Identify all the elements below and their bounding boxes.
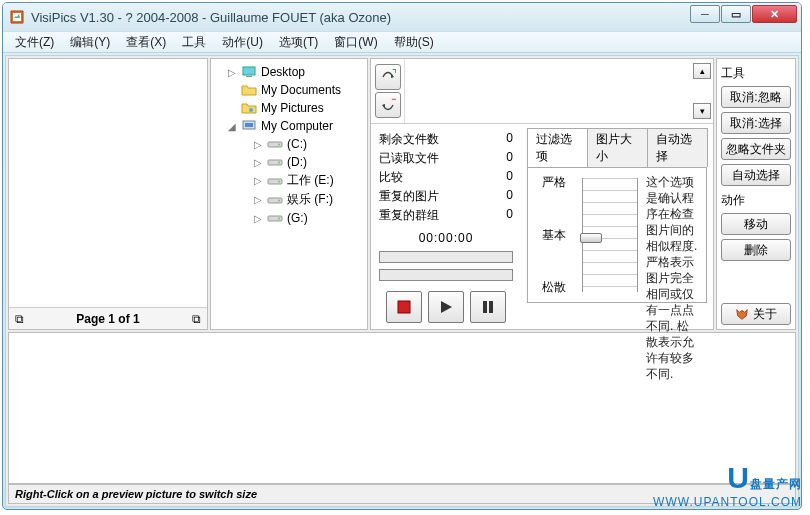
stat-label: 已读取文件 <box>379 150 439 167</box>
svg-point-14 <box>278 218 280 220</box>
drive-icon <box>267 154 283 170</box>
svg-rect-4 <box>245 123 253 127</box>
preview-panel: ⧉ Page 1 of 1 ⧉ <box>8 58 208 330</box>
stop-button[interactable] <box>386 291 422 323</box>
menu-window[interactable]: 窗口(W) <box>328 32 383 53</box>
menu-view[interactable]: 查看(X) <box>120 32 172 53</box>
stat-value: 0 <box>506 169 513 186</box>
drive-icon <box>267 136 283 152</box>
center-panel: + − ▴ ▾ 剩余文件数0 已读取文件0 比较0 重复的图片0 <box>370 58 714 330</box>
unignore-button[interactable]: 取消:忽略 <box>721 86 791 108</box>
svg-rect-1 <box>246 76 252 77</box>
tree-mydocuments[interactable]: My Documents <box>261 83 341 97</box>
tree-desktop[interactable]: Desktop <box>261 65 305 79</box>
svg-point-10 <box>278 180 280 182</box>
tree-drive[interactable]: (D:) <box>287 155 307 169</box>
page-last-icon[interactable]: ⧉ <box>192 312 201 326</box>
svg-rect-0 <box>243 67 255 75</box>
stats-panel: 剩余文件数0 已读取文件0 比较0 重复的图片0 重复的群组0 00:00:00 <box>371 124 521 329</box>
move-up-button[interactable]: ▴ <box>693 63 711 79</box>
menu-actions[interactable]: 动作(U) <box>216 32 269 53</box>
slider-thumb[interactable] <box>580 233 602 243</box>
svg-point-8 <box>278 162 280 164</box>
window-title: VisiPics V1.30 - ? 2004-2008 - Guillaume… <box>31 10 391 25</box>
tab-filter[interactable]: 过滤选项 <box>527 128 588 167</box>
delete-button[interactable]: 删除 <box>721 239 791 261</box>
stat-label: 剩余文件数 <box>379 131 439 148</box>
stat-value: 0 <box>506 188 513 205</box>
filter-description: 这个选项是确认程序在检查图片间的相似程度. 严格表示图片完全相同或仅有一点点不同… <box>646 174 700 296</box>
menu-help[interactable]: 帮助(S) <box>388 32 440 53</box>
stat-label: 重复的群组 <box>379 207 439 224</box>
svg-text:+: + <box>392 69 396 77</box>
selected-folders-list[interactable] <box>405 59 691 123</box>
stat-label: 重复的图片 <box>379 188 439 205</box>
unselect-button[interactable]: 取消:选择 <box>721 112 791 134</box>
elapsed-time: 00:00:00 <box>379 231 513 245</box>
close-button[interactable]: ✕ <box>752 5 797 23</box>
status-bar: Right-Click on a preview picture to swit… <box>8 484 796 504</box>
stat-value: 0 <box>506 150 513 167</box>
menu-tools[interactable]: 工具 <box>176 32 212 53</box>
progress-bar-2 <box>379 269 513 281</box>
tree-drive[interactable]: 工作 (E:) <box>287 172 334 189</box>
menubar: 文件(Z) 编辑(Y) 查看(X) 工具 动作(U) 选项(T) 窗口(W) 帮… <box>3 31 801 53</box>
tree-mycomputer[interactable]: My Computer <box>261 119 333 133</box>
svg-point-12 <box>278 199 280 201</box>
tools-label: 工具 <box>721 65 791 82</box>
menu-file[interactable]: 文件(Z) <box>9 32 60 53</box>
app-icon <box>9 9 25 25</box>
tree-drive[interactable]: (G:) <box>287 211 308 225</box>
titlebar: VisiPics V1.30 - ? 2004-2008 - Guillaume… <box>3 3 801 31</box>
svg-rect-17 <box>398 301 410 313</box>
stat-value: 0 <box>506 207 513 224</box>
tab-content: 严格 基本 松散 这个选项是确认程序在检查图片间的相似程度. 严格表示图片完全相… <box>527 167 707 303</box>
actions-label: 动作 <box>721 192 791 209</box>
tab-auto-select[interactable]: 自动选择 <box>647 128 708 167</box>
tree-drive[interactable]: (C:) <box>287 137 307 151</box>
menu-edit[interactable]: 编辑(Y) <box>64 32 116 53</box>
svg-point-2 <box>249 108 253 112</box>
ignore-folder-button[interactable]: 忽略文件夹 <box>721 138 791 160</box>
minimize-button[interactable]: ─ <box>690 5 720 23</box>
add-folder-button[interactable]: + <box>375 64 401 90</box>
svg-rect-19 <box>489 301 493 313</box>
folder-icon <box>241 82 257 98</box>
folder-tree[interactable]: ▷Desktop My Documents My Pictures ◢My Co… <box>210 58 368 330</box>
page-first-icon[interactable]: ⧉ <box>15 312 24 326</box>
tree-mypictures[interactable]: My Pictures <box>261 101 324 115</box>
drive-icon <box>267 192 283 208</box>
slider-label-strict: 严格 <box>542 174 566 191</box>
move-down-button[interactable]: ▾ <box>693 103 711 119</box>
slider-label-loose: 松散 <box>542 279 566 296</box>
auto-select-button[interactable]: 自动选择 <box>721 164 791 186</box>
tools-panel: 工具 取消:忽略 取消:选择 忽略文件夹 自动选择 动作 移动 删除 关于 <box>716 58 796 330</box>
menu-options[interactable]: 选项(T) <box>273 32 324 53</box>
stat-label: 比较 <box>379 169 403 186</box>
fox-icon <box>735 307 749 321</box>
slider-label-basic: 基本 <box>542 227 566 244</box>
play-button[interactable] <box>428 291 464 323</box>
svg-point-6 <box>278 144 280 146</box>
page-indicator: Page 1 of 1 <box>32 312 184 326</box>
tab-image-size[interactable]: 图片大小 <box>587 128 648 167</box>
about-button[interactable]: 关于 <box>721 303 791 325</box>
progress-bar-1 <box>379 251 513 263</box>
pictures-icon <box>241 100 257 116</box>
svg-text:−: − <box>391 97 396 106</box>
desktop-icon <box>241 64 257 80</box>
tree-drive[interactable]: 娱乐 (F:) <box>287 191 333 208</box>
pause-button[interactable] <box>470 291 506 323</box>
maximize-button[interactable]: ▭ <box>721 5 751 23</box>
move-button[interactable]: 移动 <box>721 213 791 235</box>
drive-icon <box>267 210 283 226</box>
computer-icon <box>241 118 257 134</box>
remove-folder-button[interactable]: − <box>375 92 401 118</box>
similarity-slider[interactable] <box>582 178 638 292</box>
stat-value: 0 <box>506 131 513 148</box>
svg-rect-18 <box>483 301 487 313</box>
drive-icon <box>267 173 283 189</box>
about-label: 关于 <box>753 306 777 323</box>
